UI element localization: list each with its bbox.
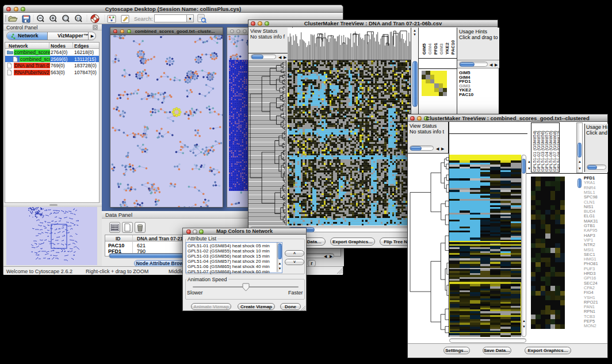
svg-text:1:1: 1:1 xyxy=(76,17,81,20)
